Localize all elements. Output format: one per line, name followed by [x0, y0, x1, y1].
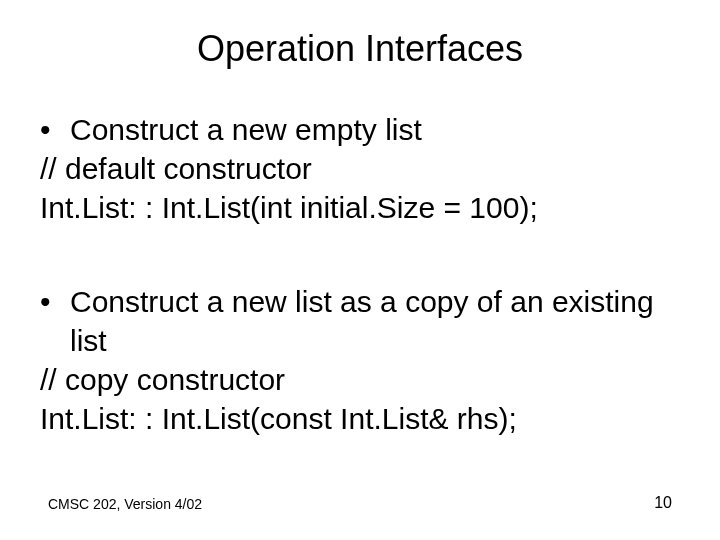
slide-number: 10 [654, 494, 672, 512]
content-block-2: • Construct a new list as a copy of an e… [40, 282, 680, 438]
slide: Operation Interfaces • Construct a new e… [0, 0, 720, 540]
bullet-item-1: • Construct a new empty list [40, 110, 680, 149]
code-line-2b: Int.List: : Int.List(const Int.List& rhs… [40, 399, 680, 438]
code-line-1b: Int.List: : Int.List(int initial.Size = … [40, 188, 680, 227]
bullet-dot-icon: • [40, 282, 70, 321]
code-line-1a: // default constructor [40, 149, 680, 188]
footer-version: CMSC 202, Version 4/02 [48, 496, 202, 512]
bullet-item-2: • Construct a new list as a copy of an e… [40, 282, 680, 360]
bullet-dot-icon: • [40, 110, 70, 149]
content-block-1: • Construct a new empty list // default … [40, 110, 680, 227]
code-line-2a: // copy constructor [40, 360, 680, 399]
bullet-text-2: Construct a new list as a copy of an exi… [70, 282, 680, 360]
slide-title: Operation Interfaces [0, 28, 720, 70]
bullet-text-1: Construct a new empty list [70, 110, 680, 149]
